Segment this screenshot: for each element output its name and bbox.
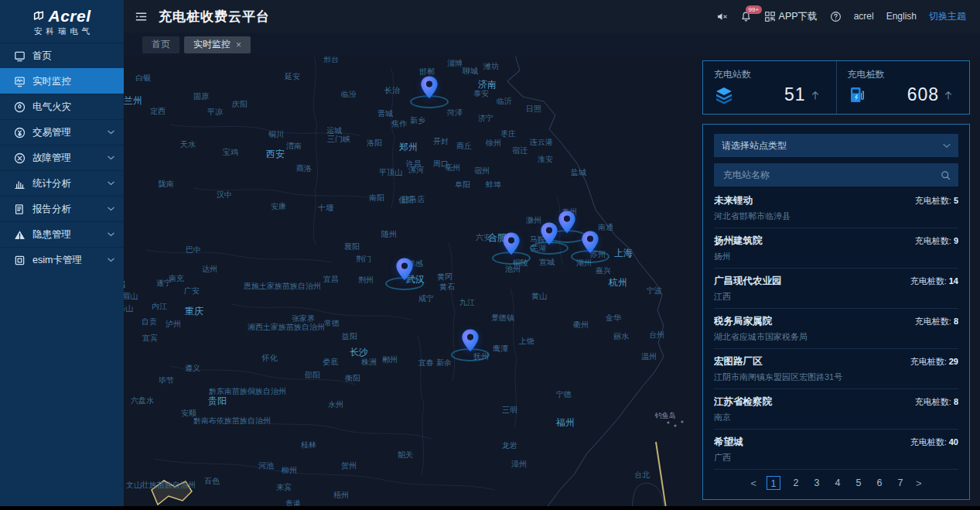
site-type-select[interactable]: 请选择站点类型 bbox=[714, 134, 958, 157]
map-city-label: 长治 bbox=[384, 85, 400, 96]
map-pin[interactable] bbox=[569, 230, 612, 265]
language-switch[interactable]: English bbox=[886, 11, 917, 22]
map-city-label: 郑州 bbox=[399, 141, 418, 154]
page-button-7[interactable]: 7 bbox=[895, 477, 906, 488]
map-city-label: 文山壮族苗族自治州 bbox=[126, 480, 196, 491]
station-list-item[interactable]: 未来锂动充电桩数:5河北省邯郸市临漳县 bbox=[714, 188, 958, 228]
notifications-bell-icon[interactable]: 99+ bbox=[740, 11, 752, 22]
help-icon[interactable] bbox=[830, 11, 842, 22]
station-list-item[interactable]: 扬州建筑院充电桩数:9扬州 bbox=[714, 228, 958, 269]
station-name: 扬州建筑院 bbox=[714, 234, 763, 248]
search-icon[interactable] bbox=[941, 170, 951, 180]
sidebar-item-label: 故障管理 bbox=[32, 152, 108, 165]
map-city-label: 张家界 bbox=[292, 313, 315, 324]
station-list-item[interactable]: 宏图路厂区充电桩数:29江阴市南闸镇东盟园区宏图路31号 bbox=[714, 349, 958, 389]
map-pin[interactable] bbox=[408, 75, 451, 111]
sidebar-item-electric-fire[interactable]: 电气火灾 bbox=[0, 94, 124, 119]
map-city-label: 巴中 bbox=[186, 245, 201, 255]
map-pin[interactable] bbox=[383, 257, 426, 293]
prev-page-button[interactable]: < bbox=[750, 477, 756, 489]
collapse-menu-icon[interactable] bbox=[135, 10, 148, 23]
sidebar-item-realtime-monitor[interactable]: 实时监控 bbox=[0, 68, 124, 94]
mute-icon[interactable] bbox=[716, 11, 728, 22]
stats-icon bbox=[14, 178, 26, 190]
map-city-label: 宁德 bbox=[556, 389, 572, 400]
map-city-label: 宝鸡 bbox=[223, 147, 238, 158]
app-download-button[interactable]: APP下载 bbox=[764, 10, 818, 23]
sidebar-item-fault[interactable]: 故障管理 bbox=[0, 145, 124, 170]
tab-realtime-monitor[interactable]: 实时监控× bbox=[184, 36, 251, 53]
map-city-label: 梧州 bbox=[333, 490, 349, 501]
map-city-label: 庆阳 bbox=[232, 99, 248, 110]
map-city-label: 南阳 bbox=[369, 193, 384, 204]
map-city-label: 韶关 bbox=[398, 450, 413, 460]
chevron-down-icon bbox=[108, 207, 114, 211]
location-pin-icon bbox=[539, 221, 560, 246]
station-location: 扬州 bbox=[714, 251, 958, 262]
map-city-label: 平顶山 bbox=[379, 167, 402, 178]
page-button-6[interactable]: 6 bbox=[874, 477, 885, 488]
map-city-label: 遵义 bbox=[185, 363, 200, 374]
close-icon[interactable]: × bbox=[236, 40, 241, 50]
sidebar-item-home[interactable]: 首页 bbox=[0, 43, 124, 68]
map-city-label: 信阳 bbox=[398, 195, 414, 206]
map-city-label: 黄石 bbox=[439, 282, 455, 293]
map-city-label: 潍坊 bbox=[483, 61, 499, 72]
station-pile-count: 充电桩数:8 bbox=[915, 316, 958, 327]
brand-subtitle: 安科瑞电气 bbox=[0, 26, 124, 37]
map-city-label: 宁波 bbox=[647, 286, 662, 296]
station-location: 湖北省应城市国家税务局 bbox=[714, 331, 958, 343]
station-count-label: 充电站数 bbox=[714, 68, 825, 81]
sidebar-item-esim[interactable]: esim卡管理 bbox=[0, 247, 124, 272]
chevron-down-icon bbox=[108, 258, 114, 262]
station-location: 江西 bbox=[714, 291, 958, 303]
map-pin[interactable] bbox=[449, 328, 492, 364]
map-city-label: 荆州 bbox=[358, 275, 374, 286]
next-page-button[interactable]: > bbox=[916, 477, 922, 489]
map-pin[interactable] bbox=[490, 231, 533, 267]
tab-label: 首页 bbox=[152, 38, 170, 51]
page-button-1[interactable]: 1 bbox=[767, 476, 780, 490]
sidebar-item-transaction[interactable]: 交易管理 bbox=[0, 119, 124, 145]
page-button-3[interactable]: 3 bbox=[811, 477, 822, 488]
station-pile-count: 充电桩数:14 bbox=[910, 276, 958, 287]
map-city-label: 重庆 bbox=[185, 305, 203, 318]
station-name: 宏图路厂区 bbox=[714, 355, 763, 368]
map-city-label: 新乡 bbox=[410, 115, 425, 126]
charging-pile-icon bbox=[848, 85, 868, 105]
sidebar-item-report[interactable]: 报告分析 bbox=[0, 196, 124, 221]
app-root: Acrel 安科瑞电气 首页实时监控电气火灾交易管理故障管理统计分析报告分析隐患… bbox=[0, 0, 980, 510]
station-list-item[interactable]: 希望城充电桩数:40广西 bbox=[714, 430, 958, 470]
map-city-label: 咸宁 bbox=[418, 293, 434, 304]
sidebar-item-label: 首页 bbox=[32, 50, 114, 63]
map-city-label: 丽水 bbox=[613, 331, 629, 342]
username[interactable]: acrel bbox=[854, 11, 874, 22]
map-pin[interactable] bbox=[528, 221, 571, 257]
sim-icon bbox=[14, 255, 26, 266]
station-list-item[interactable]: 江苏省检察院充电桩数:8南京 bbox=[714, 389, 958, 430]
top-header: 充电桩收费云平台 99+ APP下载 acrel English 切换主题 bbox=[124, 0, 980, 33]
map-city-label: 台州 bbox=[649, 330, 664, 341]
qr-code-icon bbox=[764, 11, 776, 22]
station-location: 河北省邯郸市临漳县 bbox=[714, 211, 958, 222]
station-list-item[interactable]: 广昌现代农业园充电桩数:14江西 bbox=[714, 269, 958, 309]
map-city-label: 泰安 bbox=[473, 88, 489, 99]
map-city-label: 毕节 bbox=[159, 375, 174, 386]
site-type-select-value: 请选择站点类型 bbox=[722, 139, 787, 152]
tab-home[interactable]: 首页 bbox=[142, 36, 179, 53]
station-search-input[interactable] bbox=[722, 169, 941, 181]
map-city-label: 泸州 bbox=[166, 319, 181, 330]
station-pile-count: 充电桩数:29 bbox=[910, 356, 958, 368]
map-city-label: 漳州 bbox=[511, 459, 527, 470]
map-city-label: 邵阳 bbox=[305, 370, 320, 381]
page-button-5[interactable]: 5 bbox=[853, 477, 864, 488]
theme-switch[interactable]: 切换主题 bbox=[929, 10, 966, 23]
station-name: 江苏省检察院 bbox=[714, 395, 772, 409]
map-city-label: 西安 bbox=[266, 148, 285, 161]
map-city-label: 焦作 bbox=[391, 118, 407, 129]
page-button-2[interactable]: 2 bbox=[790, 477, 801, 488]
sidebar-item-statistics[interactable]: 统计分析 bbox=[0, 170, 124, 196]
station-list-item[interactable]: 税务局家属院充电桩数:8湖北省应城市国家税务局 bbox=[714, 309, 958, 349]
sidebar-item-hazard[interactable]: 隐患管理 bbox=[0, 221, 124, 247]
page-button-4[interactable]: 4 bbox=[832, 477, 843, 488]
